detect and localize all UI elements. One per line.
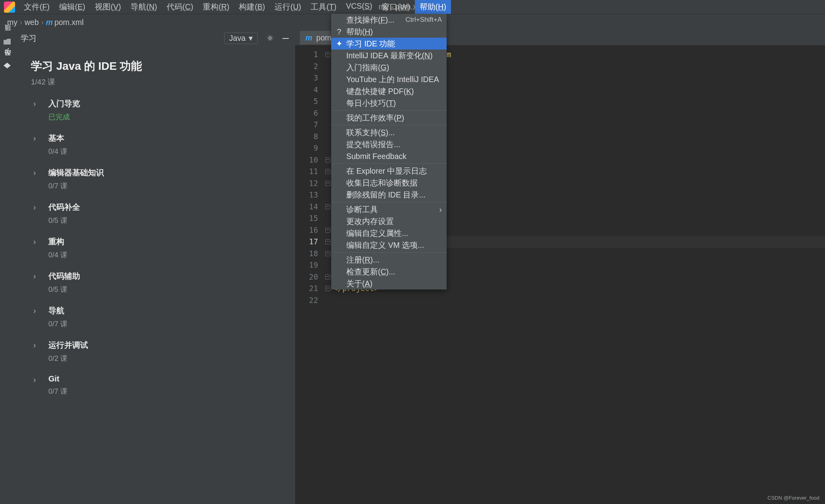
menu-运行[interactable]: 运行(U) bbox=[270, 0, 306, 14]
help-menu-item[interactable]: ✦学习 IDE 功能 bbox=[331, 38, 447, 50]
maven-icon: m bbox=[305, 33, 312, 42]
learn-panel: 学习 Java ▾ 学习 Java 的 IDE 功能 1/42 课 ›入门导览已… bbox=[14, 30, 295, 504]
menu-item-label: YouTube 上的 IntelliJ IDEA bbox=[346, 74, 442, 85]
line-number: 12 bbox=[295, 178, 318, 190]
menu-vcs[interactable]: VCS(S) bbox=[341, 0, 377, 14]
menu-item-icon: ✦ bbox=[336, 39, 342, 48]
help-menu-item[interactable]: IntelliJ IDEA 最新变化(N) bbox=[331, 50, 447, 61]
menu-工具[interactable]: 工具(T) bbox=[306, 0, 341, 14]
menu-item-label: 联系支持(S)... bbox=[346, 127, 442, 138]
help-menu-item[interactable]: 入门指南(G) bbox=[331, 61, 447, 73]
lesson-item[interactable]: ›重构0/4 课 bbox=[33, 236, 295, 260]
line-number: 2 bbox=[295, 61, 318, 73]
help-menu-item[interactable]: 键盘快捷键 PDF(K) bbox=[331, 85, 447, 97]
lesson-item[interactable]: ›代码辅助0/5 课 bbox=[33, 271, 295, 294]
lesson-title: 基本 bbox=[48, 133, 67, 144]
lesson-item[interactable]: ›代码补全0/5 课 bbox=[33, 202, 295, 225]
line-number: 18 bbox=[295, 248, 318, 260]
line-number: 3 bbox=[295, 72, 318, 84]
line-number: 5 bbox=[295, 96, 318, 107]
menu-separator bbox=[331, 202, 447, 202]
help-menu-item[interactable]: 提交错误报告... bbox=[331, 138, 447, 150]
tool-learn[interactable]: 学习 bbox=[3, 60, 12, 70]
line-number: 9 bbox=[295, 142, 318, 154]
watermark: CSDN @Forever_food bbox=[767, 495, 819, 501]
menu-separator bbox=[331, 252, 447, 253]
line-number: 19 bbox=[295, 259, 318, 271]
menu-文件[interactable]: 文件(F) bbox=[19, 0, 54, 14]
help-menu-item[interactable]: 更改内存设置 bbox=[331, 215, 447, 227]
help-menu-item[interactable]: 在 Explorer 中显示日志 bbox=[331, 165, 447, 177]
lesson-item[interactable]: ›导航0/7 课 bbox=[33, 305, 295, 329]
menu-视图[interactable]: 视图(V) bbox=[90, 0, 126, 14]
tool-project[interactable]: 项目 bbox=[3, 36, 12, 45]
lesson-title: 入门导览 bbox=[48, 98, 80, 109]
line-number: 16 bbox=[295, 224, 318, 236]
menu-item-shortcut: Ctrl+Shift+A bbox=[405, 16, 442, 24]
line-number: 7 bbox=[295, 119, 318, 131]
breadcrumb-module[interactable]: web bbox=[25, 18, 39, 27]
learn-panel-tab[interactable]: 学习 bbox=[21, 33, 36, 44]
help-menu-item[interactable]: 注册(R)... bbox=[331, 254, 447, 266]
lesson-item[interactable]: ›编辑器基础知识0/7 课 bbox=[33, 167, 295, 191]
help-menu-item[interactable]: 查找操作(F)...Ctrl+Shift+A bbox=[331, 14, 447, 26]
menu-item-label: Submit Feedback bbox=[346, 152, 442, 161]
menu-构建[interactable]: 构建(B) bbox=[234, 0, 270, 14]
menu-帮助[interactable]: 帮助(H) bbox=[415, 0, 451, 14]
menu-代码[interactable]: 代码(C) bbox=[162, 0, 198, 14]
help-menu-item[interactable]: Submit Feedback bbox=[331, 150, 447, 162]
help-menu-item[interactable]: 收集日志和诊断数据 bbox=[331, 177, 447, 189]
lesson-sub: 已完成 bbox=[48, 112, 80, 122]
app-logo-icon bbox=[4, 2, 15, 13]
menu-item-label: 学习 IDE 功能 bbox=[346, 38, 442, 49]
lesson-item[interactable]: ›Git0/7 课 bbox=[33, 374, 295, 396]
line-gutter: 12345678910111213141516171819202122 bbox=[295, 46, 322, 504]
lesson-title: 代码补全 bbox=[48, 202, 80, 213]
menu-窗口[interactable]: 窗口(W) bbox=[377, 0, 414, 14]
help-menu-item[interactable]: 删除残留的 IDE 目录... bbox=[331, 189, 447, 201]
line-number: 14 bbox=[295, 201, 318, 213]
language-select[interactable]: Java ▾ bbox=[224, 33, 258, 44]
maven-icon: m bbox=[46, 18, 53, 27]
folder-icon bbox=[4, 38, 11, 45]
graduation-cap-icon bbox=[4, 63, 11, 70]
gear-icon[interactable] bbox=[267, 34, 274, 42]
lesson-item[interactable]: ›入门导览已完成 bbox=[33, 98, 295, 122]
menu-item-label: IntelliJ IDEA 最新变化(N) bbox=[346, 50, 442, 61]
chevron-right-icon: › bbox=[33, 237, 40, 246]
line-number: 13 bbox=[295, 189, 318, 201]
chevron-right-icon: › bbox=[33, 99, 40, 108]
lesson-item[interactable]: ›运行并调试0/2 课 bbox=[33, 340, 295, 363]
line-number: 15 bbox=[295, 213, 318, 224]
breadcrumb-root[interactable]: my bbox=[7, 18, 17, 27]
help-menu-item[interactable]: 编辑自定义属性... bbox=[331, 227, 447, 239]
help-menu-item[interactable]: 编辑自定义 VM 选项... bbox=[331, 239, 447, 251]
chevron-right-icon: › bbox=[20, 18, 22, 27]
menu-编辑[interactable]: 编辑(E) bbox=[54, 0, 90, 14]
breadcrumb-file[interactable]: mpom.xml bbox=[46, 18, 84, 27]
tool-window-strip: 项目 学习 bbox=[0, 30, 15, 504]
menu-item-label: 更改内存设置 bbox=[346, 216, 442, 227]
lesson-sub: 0/2 课 bbox=[48, 354, 88, 363]
lesson-title: 代码辅助 bbox=[48, 271, 80, 282]
lesson-item[interactable]: ›基本0/4 课 bbox=[33, 133, 295, 156]
lesson-sub: 0/7 课 bbox=[48, 387, 67, 396]
code-line[interactable] bbox=[333, 295, 825, 307]
line-number: 6 bbox=[295, 107, 318, 119]
help-menu-item[interactable]: 诊断工具 bbox=[331, 203, 447, 215]
menu-item-label: 在 Explorer 中显示日志 bbox=[346, 166, 442, 176]
help-menu-item[interactable]: 联系支持(S)... bbox=[331, 126, 447, 138]
help-menu-item[interactable]: 每日小技巧(T) bbox=[331, 97, 447, 109]
menu-separator bbox=[331, 110, 447, 111]
menu-导航[interactable]: 导航(N) bbox=[126, 0, 162, 14]
menu-重构[interactable]: 重构(R) bbox=[198, 0, 234, 14]
hide-panel-icon[interactable] bbox=[282, 38, 289, 39]
help-menu-item[interactable]: ?帮助(H) bbox=[331, 26, 447, 38]
help-menu-item[interactable]: YouTube 上的 IntelliJ IDEA bbox=[331, 73, 447, 85]
menu-item-label: 诊断工具 bbox=[346, 204, 433, 215]
lesson-sub: 0/5 课 bbox=[48, 216, 80, 225]
menu-item-label: 关于(A) bbox=[346, 278, 442, 289]
help-menu-item[interactable]: 检查更新(C)... bbox=[331, 266, 447, 278]
help-menu-item[interactable]: 关于(A) bbox=[331, 278, 447, 289]
help-menu-item[interactable]: 我的工作效率(P) bbox=[331, 112, 447, 124]
